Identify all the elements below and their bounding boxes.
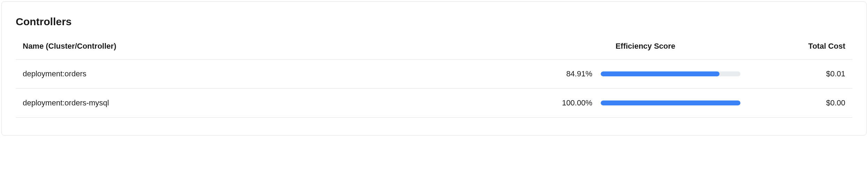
header-cost[interactable]: Total Cost	[747, 42, 852, 60]
efficiency-wrap: 100.00%	[550, 98, 740, 108]
controllers-table: Name (Cluster/Controller) Efficiency Sco…	[16, 42, 852, 118]
progress-track	[601, 71, 740, 76]
table-header-row: Name (Cluster/Controller) Efficiency Sco…	[16, 42, 852, 60]
cell-cost: $0.01	[747, 60, 852, 89]
table-row[interactable]: deployment:orders-mysql 100.00% $0.00	[16, 89, 852, 118]
cell-efficiency: 84.91%	[543, 60, 747, 89]
cell-name: deployment:orders-mysql	[16, 89, 543, 118]
cell-cost: $0.00	[747, 89, 852, 118]
progress-track	[601, 101, 740, 105]
card-title: Controllers	[16, 16, 852, 28]
table-row[interactable]: deployment:orders 84.91% $0.01	[16, 60, 852, 89]
progress-fill	[601, 71, 719, 76]
controllers-card: Controllers Name (Cluster/Controller) Ef…	[1, 1, 867, 136]
header-efficiency[interactable]: Efficiency Score	[543, 42, 747, 60]
cell-efficiency: 100.00%	[543, 89, 747, 118]
efficiency-wrap: 84.91%	[550, 69, 740, 78]
progress-fill	[601, 101, 740, 105]
efficiency-percent: 100.00%	[550, 98, 592, 108]
efficiency-percent: 84.91%	[550, 69, 592, 78]
cell-name: deployment:orders	[16, 60, 543, 89]
header-name[interactable]: Name (Cluster/Controller)	[16, 42, 543, 60]
